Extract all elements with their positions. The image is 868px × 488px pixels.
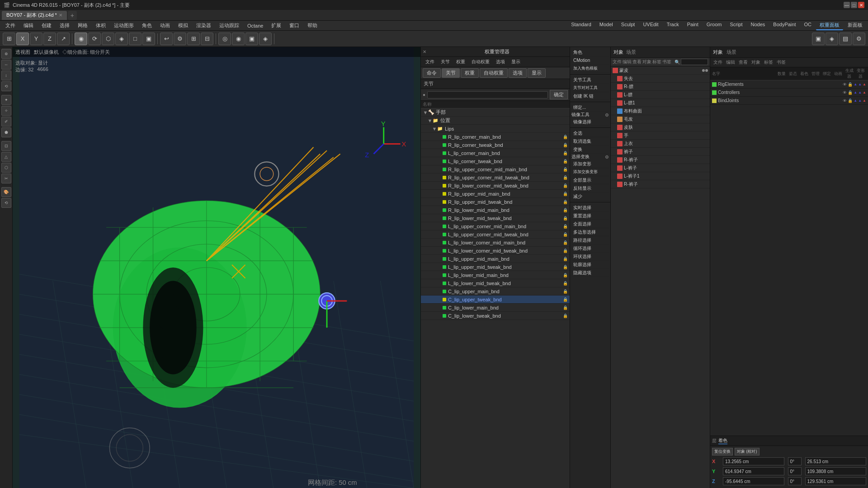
props-scene-tab[interactable]: 场景 [726, 49, 736, 56]
toolbar-grid-btn[interactable]: ⊞ [3, 33, 15, 45]
coord-y-size[interactable]: 109.3808 cm [805, 467, 867, 475]
attr-tab-obj[interactable]: 对象 [750, 59, 762, 66]
viewport[interactable]: 透视图 默认摄像机 ◇细分曲面: 细分开关 选取对象: 显计 边缘: 32 46… [13, 47, 420, 488]
joint-L_lip_upper_corner_mid_main[interactable]: L_lip_upper_corner_mid_main_bnd 🔒 [421, 222, 570, 230]
lock-icon-ctrl[interactable]: 🔒 [848, 90, 853, 95]
settings-icon[interactable]: ⚙ [605, 113, 609, 117]
obj-L-裤子1[interactable]: L-裤子1 [611, 172, 710, 180]
coord-z-rot[interactable]: 0° [788, 477, 802, 485]
obj-毛发[interactable]: 毛发 [611, 115, 710, 123]
menu-create[interactable]: 创建 [38, 21, 55, 30]
tool-关节工具[interactable]: 关节工具 [571, 76, 609, 84]
coord-x-pos[interactable]: 13.2565 cm [723, 457, 784, 465]
tool-环状选择[interactable]: 环状选择 [571, 253, 609, 261]
weight-tab-options[interactable]: 选项 [493, 58, 508, 66]
menu-newarea[interactable]: 新面板 [844, 21, 866, 30]
joint-C_lip_lower_tweak[interactable]: C_lip_lower_tweak_bnd 🔒 [421, 312, 570, 320]
tool-多边形选择[interactable]: 多边形选择 [571, 228, 609, 236]
toolbar-snap-btn[interactable]: ⊟ [201, 33, 213, 45]
vis-icon-rig[interactable]: 👁 [843, 82, 847, 87]
tree-item-root[interactable]: ▼ 🦴 手部 [421, 108, 570, 117]
obj-L-裤子[interactable]: L-裤子 [611, 164, 710, 172]
prop-RigElements[interactable]: RigElements 👁 🔒 ▲ ▲ ▲ [710, 80, 868, 89]
coord-x-size[interactable]: 26.513 cm [805, 457, 867, 465]
joint-C_lip_upper_main[interactable]: C_lip_upper_main_bnd 🔒 [421, 287, 570, 296]
weight-cmd-btn[interactable]: 命令 [423, 68, 441, 78]
joint-L_lip_upper_corner_mid_tweak[interactable]: L_lip_upper_corner_mid_tweak_bnd 🔒 [421, 230, 570, 239]
left-btn-cut[interactable]: ✂ [1, 174, 11, 183]
obj-L-膘1[interactable]: L-膘1 [611, 99, 710, 107]
obj-手[interactable]: 手 [611, 131, 710, 140]
vis-icon-ctrl[interactable]: 👁 [843, 90, 847, 95]
tool-镜像工具[interactable]: 镜像工具 ⚙ [571, 112, 609, 118]
tool-创建IK链[interactable]: 创建 IK 链 [571, 92, 609, 100]
menu-bodypaint[interactable]: BodyPaint [769, 21, 799, 30]
menu-character[interactable]: 角色 [138, 21, 156, 30]
obj-tag-btn[interactable]: 标签 [652, 59, 661, 65]
obj-上衣[interactable]: 上衣 [611, 140, 710, 148]
joint-L_lip_corner_main_bnd[interactable]: L_lip_corner_main_bnd 🔒 [421, 149, 570, 157]
weight-tab-weights[interactable]: 权重 [453, 58, 468, 66]
obj-R-裤子[interactable]: R-裤子 [611, 156, 710, 164]
joint-C_lip_lower_main[interactable]: C_lip_lower_main_bnd 🔒 [421, 304, 570, 312]
tool-隐藏选项[interactable]: 隐藏选项 [571, 269, 609, 277]
menu-window[interactable]: 窗口 [286, 21, 303, 30]
tool-实时选择[interactable]: 实时选择 [571, 204, 609, 212]
menu-render[interactable]: 渲染器 [193, 21, 215, 30]
toolbar-z-btn[interactable]: Z [43, 33, 56, 45]
weight-autoweight-btn[interactable]: 自动权重 [480, 68, 508, 78]
toolbar-right4-btn[interactable]: ⚙ [853, 33, 865, 45]
joint-L_lip_lower_mid_main[interactable]: L_lip_lower_mid_main_bnd 🔒 [421, 271, 570, 279]
obj-L-膘[interactable]: L-膘 [611, 91, 710, 99]
left-btn-shape[interactable]: ⬟ [1, 127, 11, 137]
tool-全选[interactable]: 全选 [571, 129, 609, 137]
toolbar-render-btn[interactable]: ◎ [218, 33, 231, 45]
toolbar-right1-btn[interactable]: ▣ [812, 33, 825, 45]
toolbar-grid2-btn[interactable]: ⊞ [187, 33, 200, 45]
tool-全面选择[interactable]: 全面选择 [571, 220, 609, 228]
obj-蒙皮[interactable]: 蒙皮 [611, 66, 710, 75]
attr-tab-edit[interactable]: 编辑 [725, 59, 736, 66]
obj-失去[interactable]: 失去 [611, 75, 710, 83]
tool-反转显示[interactable]: 反转显示 [571, 184, 609, 192]
layer-btn[interactable]: 层 [712, 438, 717, 444]
menu-groom[interactable]: Groom [703, 21, 726, 30]
vis-icon-bind[interactable]: 👁 [843, 99, 847, 103]
joint-L_lip_upper_mid_main[interactable]: L_lip_upper_mid_main_bnd 🔒 [421, 255, 570, 263]
menu-uvedit[interactable]: UVEdit [639, 21, 662, 30]
menu-track2[interactable]: Track [663, 21, 683, 30]
joint-R_lip_lower_mid_tweak[interactable]: R_lip_lower_mid_tweak_bnd 🔒 [421, 214, 570, 222]
menu-volume[interactable]: 体积 [92, 21, 109, 30]
menu-sculpt[interactable]: Sculpt [618, 21, 639, 30]
weight-joint-btn[interactable]: 关节 [442, 68, 460, 78]
weight-select-btn[interactable]: 选项 [509, 68, 527, 78]
coord-y-pos[interactable]: 614.9347 cm [723, 467, 784, 475]
menu-help[interactable]: 帮助 [304, 21, 321, 30]
minimize-button[interactable]: — [844, 2, 850, 8]
joint-R_lip_upper_corner_mid_tweak[interactable]: R_lip_upper_corner_mid_tweak_bnd 🔒 [421, 174, 570, 182]
tree-item-lips[interactable]: ▼ 📁 Lips [421, 125, 570, 133]
obj-R-裤子2[interactable]: R-裤子 [611, 180, 710, 188]
toolbar-right3-btn[interactable]: ▤ [839, 33, 852, 45]
toolbar-y-btn[interactable]: Y [30, 33, 42, 45]
tool-添加交换变形[interactable]: 添加交换变形 [571, 168, 609, 176]
attr-tab-file[interactable]: 文件 [712, 59, 724, 66]
menu-octane[interactable]: Octane [244, 22, 267, 29]
left-btn-select[interactable]: ⊕ [1, 49, 11, 59]
joint-R_lip_upper_corner_mid_main[interactable]: R_lip_upper_corner_mid_main_bnd 🔒 [421, 165, 570, 174]
left-btn-rotate[interactable]: ⟲ [1, 81, 11, 91]
menu-edit[interactable]: 编辑 [20, 21, 37, 30]
toolbar-renderall-btn[interactable]: ▣ [245, 33, 258, 45]
toolbar-square2-btn[interactable]: ▣ [142, 33, 155, 45]
tool-重置选择[interactable]: 重置选择 [571, 212, 609, 220]
obj-file-btn[interactable]: 文件 [613, 59, 622, 65]
attr-tab-view[interactable]: 查看 [737, 59, 749, 66]
menu-track[interactable]: 运动跟踪 [216, 21, 243, 30]
left-btn-poly[interactable]: ⊡ [1, 141, 11, 151]
tool-选择变换[interactable]: 选择变换 ⚙ [571, 154, 609, 160]
menu-script[interactable]: Script [726, 21, 746, 30]
joint-L_lip_corner_tweak_bnd[interactable]: L_lip_corner_tweak_bnd 🔒 [421, 157, 570, 165]
weight-tab-auto[interactable]: 自动权重 [469, 58, 492, 66]
tool-路径选择[interactable]: 路径选择 [571, 236, 609, 244]
joint-R_lip_upper_mid_tweak[interactable]: R_lip_upper_mid_tweak_bnd 🔒 [421, 198, 570, 206]
